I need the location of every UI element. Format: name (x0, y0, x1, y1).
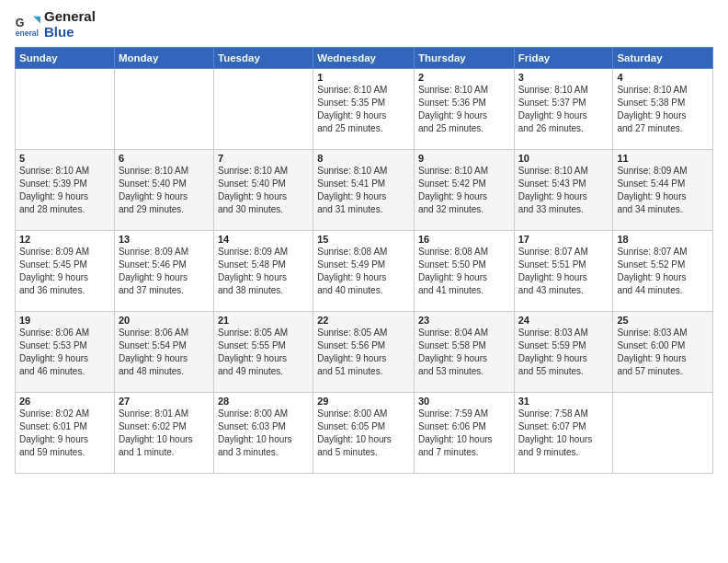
weekday-header-row: SundayMondayTuesdayWednesdayThursdayFrid… (16, 48, 713, 69)
weekday-header-saturday: Saturday (613, 48, 713, 69)
day-info: Sunrise: 7:59 AM Sunset: 6:06 PM Dayligh… (418, 408, 510, 459)
calendar-cell: 11Sunrise: 8:09 AM Sunset: 5:44 PM Dayli… (613, 150, 713, 231)
day-number: 7 (218, 153, 309, 164)
calendar-cell: 19Sunrise: 8:06 AM Sunset: 5:53 PM Dayli… (16, 312, 115, 393)
calendar-body: 1Sunrise: 8:10 AM Sunset: 5:35 PM Daylig… (16, 69, 713, 474)
day-number: 11 (617, 153, 709, 164)
day-info: Sunrise: 8:10 AM Sunset: 5:42 PM Dayligh… (418, 165, 510, 216)
day-info: Sunrise: 8:08 AM Sunset: 5:49 PM Dayligh… (317, 246, 410, 297)
day-info: Sunrise: 8:07 AM Sunset: 5:52 PM Dayligh… (617, 246, 709, 297)
day-number: 21 (218, 315, 309, 326)
day-number: 1 (317, 72, 410, 83)
calendar-cell: 17Sunrise: 8:07 AM Sunset: 5:51 PM Dayli… (514, 231, 613, 312)
day-info: Sunrise: 8:06 AM Sunset: 5:53 PM Dayligh… (19, 327, 110, 378)
svg-text:eneral: eneral (16, 28, 39, 37)
day-info: Sunrise: 8:00 AM Sunset: 6:05 PM Dayligh… (317, 408, 410, 459)
day-number: 10 (518, 153, 609, 164)
day-number: 22 (317, 315, 410, 326)
day-number: 18 (617, 234, 709, 245)
day-info: Sunrise: 8:10 AM Sunset: 5:37 PM Dayligh… (518, 84, 609, 135)
day-number: 2 (418, 72, 510, 83)
calendar-cell: 8Sunrise: 8:10 AM Sunset: 5:41 PM Daylig… (313, 150, 415, 231)
day-info: Sunrise: 8:10 AM Sunset: 5:43 PM Dayligh… (518, 165, 609, 216)
day-number: 13 (119, 234, 210, 245)
calendar-cell: 6Sunrise: 8:10 AM Sunset: 5:40 PM Daylig… (114, 150, 213, 231)
day-number: 26 (19, 396, 110, 407)
svg-text:G: G (16, 16, 25, 29)
page: G eneral General Blue SundayMondayTuesda… (0, 0, 728, 563)
day-number: 23 (418, 315, 510, 326)
calendar-cell: 29Sunrise: 8:00 AM Sunset: 6:05 PM Dayli… (313, 393, 415, 474)
calendar-cell: 22Sunrise: 8:05 AM Sunset: 5:56 PM Dayli… (313, 312, 415, 393)
day-info: Sunrise: 8:10 AM Sunset: 5:36 PM Dayligh… (418, 84, 510, 135)
day-info: Sunrise: 8:10 AM Sunset: 5:41 PM Dayligh… (317, 165, 410, 216)
calendar-cell: 21Sunrise: 8:05 AM Sunset: 5:55 PM Dayli… (213, 312, 313, 393)
calendar-week-5: 26Sunrise: 8:02 AM Sunset: 6:01 PM Dayli… (16, 393, 713, 474)
day-number: 9 (418, 153, 510, 164)
day-info: Sunrise: 8:10 AM Sunset: 5:40 PM Dayligh… (218, 165, 309, 216)
day-number: 16 (418, 234, 510, 245)
logo: G eneral General Blue (15, 9, 96, 40)
calendar-cell: 18Sunrise: 8:07 AM Sunset: 5:52 PM Dayli… (613, 231, 713, 312)
weekday-header-monday: Monday (114, 48, 213, 69)
day-info: Sunrise: 8:06 AM Sunset: 5:54 PM Dayligh… (119, 327, 210, 378)
day-info: Sunrise: 8:07 AM Sunset: 5:51 PM Dayligh… (518, 246, 609, 297)
calendar-cell: 3Sunrise: 8:10 AM Sunset: 5:37 PM Daylig… (514, 69, 613, 150)
day-info: Sunrise: 8:09 AM Sunset: 5:48 PM Dayligh… (218, 246, 309, 297)
calendar-cell: 30Sunrise: 7:59 AM Sunset: 6:06 PM Dayli… (414, 393, 514, 474)
day-info: Sunrise: 8:09 AM Sunset: 5:46 PM Dayligh… (119, 246, 210, 297)
day-info: Sunrise: 8:09 AM Sunset: 5:44 PM Dayligh… (617, 165, 709, 216)
day-info: Sunrise: 8:00 AM Sunset: 6:03 PM Dayligh… (218, 408, 309, 459)
calendar-cell: 13Sunrise: 8:09 AM Sunset: 5:46 PM Dayli… (114, 231, 213, 312)
weekday-header-thursday: Thursday (414, 48, 514, 69)
calendar-cell: 15Sunrise: 8:08 AM Sunset: 5:49 PM Dayli… (313, 231, 415, 312)
day-info: Sunrise: 7:58 AM Sunset: 6:07 PM Dayligh… (518, 408, 609, 459)
day-number: 31 (518, 396, 609, 407)
calendar-cell: 7Sunrise: 8:10 AM Sunset: 5:40 PM Daylig… (213, 150, 313, 231)
calendar-cell: 27Sunrise: 8:01 AM Sunset: 6:02 PM Dayli… (114, 393, 213, 474)
day-number: 15 (317, 234, 410, 245)
day-number: 29 (317, 396, 410, 407)
day-number: 17 (518, 234, 609, 245)
calendar-cell: 2Sunrise: 8:10 AM Sunset: 5:36 PM Daylig… (414, 69, 514, 150)
day-info: Sunrise: 8:01 AM Sunset: 6:02 PM Dayligh… (119, 408, 210, 459)
calendar-cell: 23Sunrise: 8:04 AM Sunset: 5:58 PM Dayli… (414, 312, 514, 393)
day-number: 19 (19, 315, 110, 326)
weekday-header-sunday: Sunday (16, 48, 115, 69)
logo-blue-text: Blue (44, 25, 96, 40)
day-number: 30 (418, 396, 510, 407)
day-number: 4 (617, 72, 709, 83)
day-number: 27 (119, 396, 210, 407)
calendar-cell: 10Sunrise: 8:10 AM Sunset: 5:43 PM Dayli… (514, 150, 613, 231)
calendar-cell: 5Sunrise: 8:10 AM Sunset: 5:39 PM Daylig… (16, 150, 115, 231)
calendar-cell (114, 69, 213, 150)
calendar-cell (213, 69, 313, 150)
logo-general-text: General (44, 9, 96, 25)
calendar-cell: 16Sunrise: 8:08 AM Sunset: 5:50 PM Dayli… (414, 231, 514, 312)
calendar-cell: 9Sunrise: 8:10 AM Sunset: 5:42 PM Daylig… (414, 150, 514, 231)
calendar-cell (613, 393, 713, 474)
calendar-cell: 4Sunrise: 8:10 AM Sunset: 5:38 PM Daylig… (613, 69, 713, 150)
calendar-week-4: 19Sunrise: 8:06 AM Sunset: 5:53 PM Dayli… (16, 312, 713, 393)
weekday-header-wednesday: Wednesday (313, 48, 415, 69)
header: G eneral General Blue (15, 9, 713, 40)
day-number: 8 (317, 153, 410, 164)
day-number: 20 (119, 315, 210, 326)
day-info: Sunrise: 8:04 AM Sunset: 5:58 PM Dayligh… (418, 327, 510, 378)
day-info: Sunrise: 8:10 AM Sunset: 5:39 PM Dayligh… (19, 165, 110, 216)
day-info: Sunrise: 8:02 AM Sunset: 6:01 PM Dayligh… (19, 408, 110, 459)
day-number: 14 (218, 234, 309, 245)
day-number: 3 (518, 72, 609, 83)
calendar-week-3: 12Sunrise: 8:09 AM Sunset: 5:45 PM Dayli… (16, 231, 713, 312)
weekday-header-friday: Friday (514, 48, 613, 69)
calendar-table: SundayMondayTuesdayWednesdayThursdayFrid… (15, 47, 713, 474)
day-info: Sunrise: 8:05 AM Sunset: 5:56 PM Dayligh… (317, 327, 410, 378)
calendar-cell: 12Sunrise: 8:09 AM Sunset: 5:45 PM Dayli… (16, 231, 115, 312)
day-info: Sunrise: 8:10 AM Sunset: 5:40 PM Dayligh… (119, 165, 210, 216)
calendar-cell: 28Sunrise: 8:00 AM Sunset: 6:03 PM Dayli… (213, 393, 313, 474)
calendar-cell: 31Sunrise: 7:58 AM Sunset: 6:07 PM Dayli… (514, 393, 613, 474)
calendar-week-2: 5Sunrise: 8:10 AM Sunset: 5:39 PM Daylig… (16, 150, 713, 231)
day-info: Sunrise: 8:08 AM Sunset: 5:50 PM Dayligh… (418, 246, 510, 297)
day-info: Sunrise: 8:03 AM Sunset: 5:59 PM Dayligh… (518, 327, 609, 378)
day-number: 25 (617, 315, 709, 326)
